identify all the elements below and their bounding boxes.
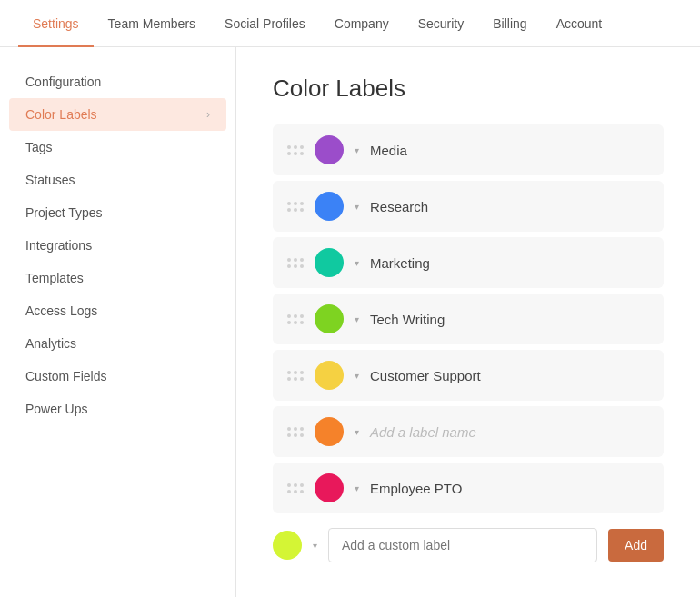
sidebar-item-project-types[interactable]: Project Types: [0, 196, 235, 229]
label-row: ▾ Customer Support: [273, 350, 664, 401]
chevron-right-icon: ›: [206, 108, 210, 121]
content-area: Color Labels ▾ Media ▾ Rese: [236, 47, 700, 597]
drag-handle[interactable]: [287, 371, 304, 381]
label-row: ▾ Tech Writing: [273, 294, 664, 344]
new-label-color-swatch[interactable]: [273, 531, 302, 560]
add-label-button[interactable]: Add: [608, 529, 664, 562]
color-dropdown-arrow[interactable]: ▾: [355, 314, 359, 324]
label-row: ▾ Media: [273, 124, 664, 175]
sidebar-item-power-ups[interactable]: Power Ups: [0, 393, 235, 425]
label-text: Employee PTO: [370, 481, 649, 496]
color-dropdown-arrow[interactable]: ▾: [355, 202, 359, 212]
color-dropdown-arrow[interactable]: ▾: [355, 371, 359, 381]
new-label-dropdown-arrow[interactable]: ▾: [313, 541, 317, 551]
sidebar-item-custom-fields[interactable]: Custom Fields: [0, 360, 235, 393]
label-row: ▾ Employee PTO: [273, 463, 664, 513]
color-labels-list: ▾ Media ▾ Research ▾: [273, 124, 664, 519]
page-title: Color Labels: [273, 75, 664, 103]
main-layout: Configuration Color Labels › Tags Status…: [0, 47, 700, 597]
label-placeholder-text[interactable]: Add a label name: [370, 424, 649, 440]
drag-handle[interactable]: [287, 314, 304, 324]
sidebar-item-access-logs[interactable]: Access Logs: [0, 294, 235, 327]
label-row: ▾ Add a label name: [273, 406, 664, 457]
color-dropdown-arrow[interactable]: ▾: [355, 258, 359, 268]
sidebar-item-statuses[interactable]: Statuses: [0, 164, 235, 196]
nav-security[interactable]: Security: [404, 0, 479, 47]
color-dropdown-arrow[interactable]: ▾: [355, 145, 359, 155]
drag-handle[interactable]: [287, 145, 304, 155]
color-dropdown-arrow[interactable]: ▾: [355, 427, 359, 437]
color-swatch[interactable]: [315, 192, 344, 221]
label-text: Customer Support: [370, 368, 649, 383]
drag-handle[interactable]: [287, 258, 304, 268]
drag-handle[interactable]: [287, 427, 304, 437]
color-swatch[interactable]: [315, 473, 344, 502]
color-swatch[interactable]: [315, 248, 344, 277]
sidebar-item-tags[interactable]: Tags: [0, 131, 235, 164]
color-swatch[interactable]: [315, 417, 344, 446]
sidebar-item-configuration[interactable]: Configuration: [0, 65, 235, 98]
nav-company[interactable]: Company: [320, 0, 404, 47]
nav-social-profiles[interactable]: Social Profiles: [210, 0, 320, 47]
nav-team-members[interactable]: Team Members: [94, 0, 210, 47]
drag-handle[interactable]: [287, 202, 304, 212]
color-swatch[interactable]: [315, 361, 344, 390]
label-text: Tech Writing: [370, 312, 649, 327]
sidebar-item-templates[interactable]: Templates: [0, 262, 235, 294]
add-label-row: ▾ Add: [273, 528, 664, 562]
sidebar-item-integrations[interactable]: Integrations: [0, 229, 235, 262]
nav-settings[interactable]: Settings: [18, 0, 94, 47]
add-label-input[interactable]: [328, 528, 597, 562]
label-text: Research: [370, 199, 649, 214]
color-swatch[interactable]: [315, 135, 344, 164]
sidebar-item-analytics[interactable]: Analytics: [0, 327, 235, 360]
color-swatch[interactable]: [315, 304, 344, 333]
label-row: ▾ Research: [273, 181, 664, 232]
label-row: ▾ Marketing: [273, 237, 664, 288]
sidebar-item-color-labels[interactable]: Color Labels ›: [9, 98, 226, 131]
nav-account[interactable]: Account: [542, 0, 617, 47]
drag-handle[interactable]: [287, 483, 304, 493]
label-text: Media: [370, 143, 649, 158]
label-text: Marketing: [370, 255, 649, 271]
nav-billing[interactable]: Billing: [478, 0, 541, 47]
color-dropdown-arrow[interactable]: ▾: [355, 483, 359, 493]
top-nav: Settings Team Members Social Profiles Co…: [0, 0, 700, 47]
sidebar: Configuration Color Labels › Tags Status…: [0, 47, 236, 597]
